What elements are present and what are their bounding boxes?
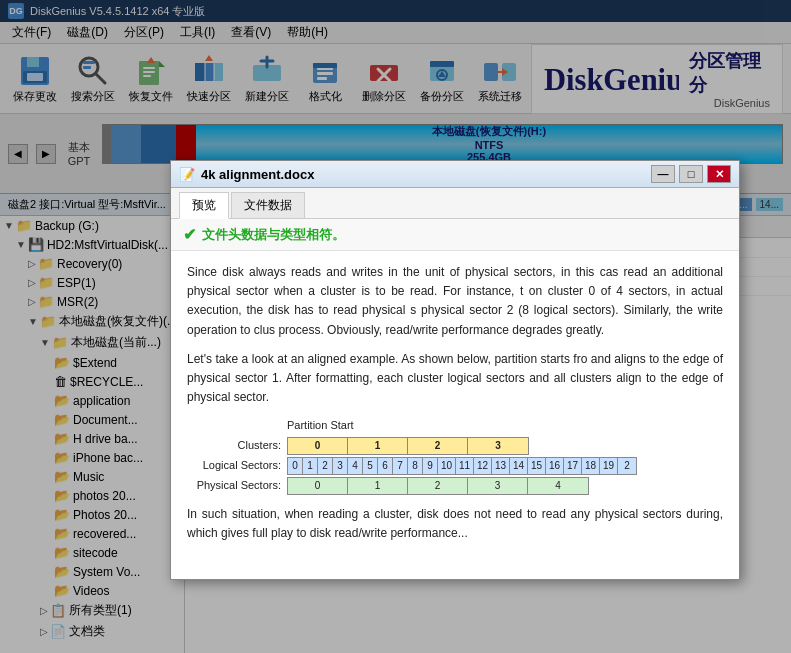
logical-cells: 0 1 2 3 4 5 6 7 8 9 10 11 12 13 [287, 457, 637, 475]
cluster-cells: 0 1 2 3 [287, 437, 529, 455]
clusters-label: Clusters: [187, 437, 287, 455]
content-p3: In such situation, when reading a cluste… [187, 505, 723, 543]
dialog-file-icon: 📝 [179, 167, 195, 182]
dialog-overlay: 📝 4k alignment.docx — □ ✕ 预览 文件数据 ✔ 文件头数… [0, 0, 791, 653]
dialog-minimize[interactable]: — [651, 165, 675, 183]
partition-diagram: Partition Start Clusters: 0 1 2 3 Logica… [187, 417, 723, 495]
partition-start-label: Partition Start [287, 419, 354, 431]
check-icon: ✔ [183, 225, 196, 244]
tab-preview[interactable]: 预览 [179, 192, 229, 219]
content-p2: Let's take a look at an aligned example.… [187, 350, 723, 408]
physical-label: Physical Sectors: [187, 477, 287, 495]
dialog-title-bar: 📝 4k alignment.docx — □ ✕ [171, 161, 739, 188]
dialog-tabs: 预览 文件数据 [171, 188, 739, 219]
dialog-status-text: 文件头数据与类型相符。 [202, 226, 345, 244]
dialog: 📝 4k alignment.docx — □ ✕ 预览 文件数据 ✔ 文件头数… [170, 160, 740, 580]
tab-filedata[interactable]: 文件数据 [231, 192, 305, 218]
dialog-title: 4k alignment.docx [201, 167, 649, 182]
content-p1: Since disk always reads and writes in th… [187, 263, 723, 340]
physical-cells: 0 1 2 3 4 [287, 477, 589, 495]
dialog-maximize[interactable]: □ [679, 165, 703, 183]
logical-label: Logical Sectors: [187, 457, 287, 475]
dialog-status: ✔ 文件头数据与类型相符。 [171, 219, 739, 251]
dialog-close[interactable]: ✕ [707, 165, 731, 183]
dialog-content: Since disk always reads and writes in th… [171, 251, 739, 579]
